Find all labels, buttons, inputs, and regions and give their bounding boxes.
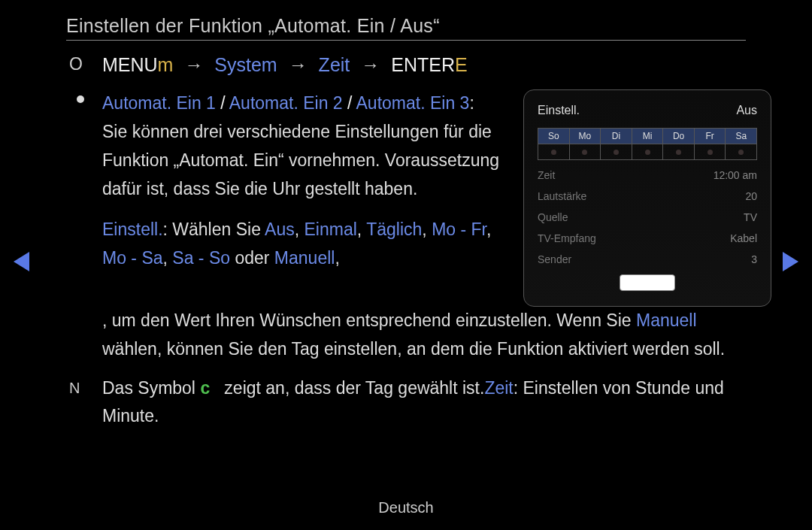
panel-button[interactable] bbox=[620, 274, 675, 291]
page-title: Einstellen der Funktion „Automat. Ein / … bbox=[66, 15, 746, 41]
auto-ein-1: Automat. Ein 1 bbox=[102, 93, 216, 113]
opt-manuell: Manuell bbox=[274, 248, 335, 268]
manual-page: Einstellen der Funktion „Automat. Ein / … bbox=[0, 0, 812, 530]
arrow-icon: → bbox=[184, 54, 203, 75]
zeit-label: Zeit bbox=[484, 378, 513, 398]
kv-row: Lautstärke20 bbox=[538, 190, 757, 202]
day-dot-icon bbox=[551, 150, 556, 155]
day-head: So bbox=[538, 129, 569, 144]
c-symbol: c bbox=[200, 378, 210, 398]
arrow-icon: → bbox=[361, 54, 380, 75]
opt-aus: Aus bbox=[265, 220, 295, 239]
opt-mofr: Mo - Fr bbox=[432, 220, 486, 239]
days-grid: So Mo Di Mi Do Fr Sa bbox=[538, 128, 757, 160]
nav-next-icon[interactable] bbox=[783, 252, 798, 271]
settings-panel: Einstell. Aus So Mo Di Mi Do Fr Sa Zeit1… bbox=[523, 89, 771, 307]
body-text-wide: , um den Wert Ihren Wünschen entsprechen… bbox=[66, 307, 746, 364]
panel-header-right: Aus bbox=[736, 104, 757, 117]
panel-header-left: Einstell. bbox=[538, 104, 580, 117]
day-head: Mi bbox=[632, 129, 663, 144]
footer-language: Deutsch bbox=[0, 499, 812, 516]
n-marker: N bbox=[69, 376, 80, 400]
note-row: N Das Symbol c zeigt an, dass der Tag ge… bbox=[66, 374, 746, 430]
breadcrumb: MENUm → System → Zeit → ENTERE bbox=[71, 54, 746, 76]
breadcrumb-menu: MENU bbox=[102, 54, 158, 75]
kv-row: TV-EmpfangKabel bbox=[538, 232, 757, 244]
nav-prev-icon[interactable] bbox=[14, 252, 29, 271]
kv-row: Sender3 bbox=[538, 253, 757, 265]
einstell-label: Einstell. bbox=[102, 220, 163, 239]
auto-ein-2: Automat. Ein 2 bbox=[229, 93, 343, 113]
day-head: Do bbox=[663, 129, 694, 144]
day-dot-icon bbox=[645, 150, 650, 155]
day-head: Mo bbox=[570, 129, 601, 144]
breadcrumb-zeit: Zeit bbox=[319, 54, 350, 75]
day-head: Sa bbox=[726, 129, 756, 144]
opt-einmal: Einmal bbox=[304, 220, 357, 239]
breadcrumb-enter: ENTER bbox=[391, 54, 455, 75]
o-marker: O bbox=[69, 54, 83, 74]
breadcrumb-m-lower: m bbox=[158, 54, 174, 75]
opt-saso: Sa - So bbox=[172, 248, 230, 268]
day-dot-icon bbox=[738, 150, 744, 155]
kv-row: Zeit12:00 am bbox=[538, 169, 757, 181]
day-dot-icon bbox=[707, 150, 713, 155]
day-head: Di bbox=[601, 129, 632, 144]
day-head: Fr bbox=[695, 129, 726, 144]
body-text: Automat. Ein 1 / Automat. Ein 2 / Automa… bbox=[66, 89, 501, 273]
opt-taeglich: Täglich bbox=[366, 220, 422, 239]
day-dot-icon bbox=[676, 150, 681, 155]
opt-manuell-2: Manuell bbox=[636, 310, 697, 330]
day-dot-icon bbox=[582, 150, 587, 155]
breadcrumb-e-trail: E bbox=[455, 54, 468, 75]
bullet-icon bbox=[77, 95, 84, 103]
arrow-icon: → bbox=[289, 54, 308, 75]
breadcrumb-system: System bbox=[214, 54, 277, 75]
auto-ein-3: Automat. Ein 3 bbox=[356, 93, 470, 113]
opt-mosa: Mo - Sa bbox=[102, 248, 163, 268]
day-dot-icon bbox=[614, 150, 619, 155]
kv-row: QuelleTV bbox=[538, 211, 757, 223]
